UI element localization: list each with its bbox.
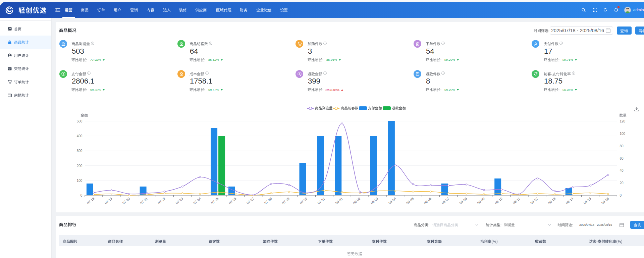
svg-text:08-10: 08-10 xyxy=(494,197,503,205)
svg-text:08-16: 08-16 xyxy=(601,197,610,205)
svg-text:08-15: 08-15 xyxy=(583,197,592,205)
svg-text:07-21: 07-21 xyxy=(140,197,149,205)
svg-text:500: 500 xyxy=(77,119,83,123)
svg-text:08-07: 08-07 xyxy=(441,197,450,205)
svg-text:08-14: 08-14 xyxy=(565,197,574,205)
svg-text:08-05: 08-05 xyxy=(406,197,415,205)
svg-text:07-28: 07-28 xyxy=(264,197,273,205)
svg-text:60: 60 xyxy=(620,157,624,160)
svg-text:07-20: 07-20 xyxy=(122,197,131,205)
svg-text:08-02: 08-02 xyxy=(352,197,361,205)
svg-text:07-29: 07-29 xyxy=(281,197,290,205)
svg-text:07-26: 07-26 xyxy=(228,197,237,205)
svg-text:07-27: 07-27 xyxy=(246,197,255,205)
svg-text:80: 80 xyxy=(620,144,624,148)
svg-text:08-01: 08-01 xyxy=(334,197,343,205)
svg-text:08-08: 08-08 xyxy=(459,197,468,205)
svg-text:07-22: 07-22 xyxy=(157,197,166,205)
svg-text:08-13: 08-13 xyxy=(547,197,556,205)
svg-text:08-03: 08-03 xyxy=(370,197,379,205)
svg-text:08-11: 08-11 xyxy=(512,197,521,205)
svg-text:08-06: 08-06 xyxy=(423,197,432,205)
svg-text:300: 300 xyxy=(77,149,83,153)
svg-text:100: 100 xyxy=(620,132,625,136)
svg-text:07-19: 07-19 xyxy=(104,197,113,205)
svg-text:0: 0 xyxy=(620,194,622,197)
svg-text:07-18: 07-18 xyxy=(86,197,95,205)
svg-text:0: 0 xyxy=(80,194,83,197)
svg-text:120: 120 xyxy=(620,119,625,123)
svg-text:08-12: 08-12 xyxy=(530,197,539,205)
svg-text:08-04: 08-04 xyxy=(388,197,397,205)
svg-text:07-24: 07-24 xyxy=(193,197,202,205)
svg-text:07-23: 07-23 xyxy=(175,197,184,205)
svg-text:07-30: 07-30 xyxy=(299,197,308,205)
svg-text:07-31: 07-31 xyxy=(317,197,326,205)
svg-text:07-25: 07-25 xyxy=(210,197,219,205)
svg-text:40: 40 xyxy=(620,169,624,172)
svg-text:08-09: 08-09 xyxy=(476,197,485,205)
svg-text:20: 20 xyxy=(620,181,624,185)
svg-text:400: 400 xyxy=(77,134,83,138)
svg-text:200: 200 xyxy=(77,164,83,168)
svg-text:100: 100 xyxy=(77,179,83,183)
